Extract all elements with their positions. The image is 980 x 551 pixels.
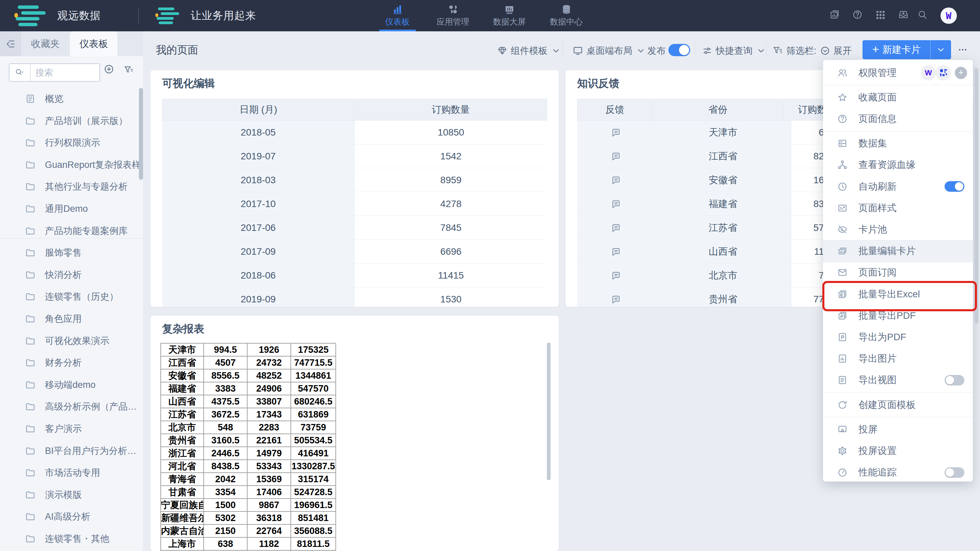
menu-item-users[interactable]: 权限管理 W +	[823, 62, 973, 83]
cell-quantity: 6696	[355, 240, 547, 263]
sidebar-item[interactable]: 演示模版	[0, 484, 143, 506]
new-card-button[interactable]: + 新建卡片	[862, 40, 951, 59]
column-header: 省份	[652, 99, 784, 120]
grid-icon[interactable]	[875, 10, 886, 20]
sidebar-item[interactable]: 市场活动专用	[0, 462, 143, 484]
sidebar-item[interactable]: 行列权限演示	[0, 132, 143, 154]
menu-item-gauge[interactable]: 性能追踪	[823, 462, 973, 483]
sidebar-item[interactable]: 产品培训（展示版）	[0, 110, 143, 132]
publish-toggle[interactable]	[668, 44, 690, 56]
layout-mode-button[interactable]: 桌面端布局	[573, 45, 646, 57]
table-row[interactable]: 2017-10 4278	[162, 192, 547, 216]
menu-item-page_p[interactable]: 导出为PDF	[823, 326, 973, 348]
menu-item-eyeoff[interactable]: 卡片池	[823, 219, 973, 240]
sidebar-item[interactable]: 客户演示	[0, 418, 143, 440]
filter-bar-control[interactable]: 筛选栏: 展开	[773, 45, 852, 57]
sidebar-item[interactable]: 连锁零售（历史）	[0, 286, 143, 307]
sidebar-filter-button[interactable]	[124, 65, 134, 75]
cell-feedback[interactable]	[577, 287, 655, 307]
quick-query-button[interactable]: 快捷查询	[702, 45, 766, 57]
report-cell: 3354	[204, 486, 247, 498]
menu-item-lineage[interactable]: 查看资源血缘	[823, 154, 973, 176]
sidebar-scrollbar[interactable]	[139, 88, 143, 180]
sidebar-item[interactable]: 财务分析	[0, 352, 143, 374]
sidebar-tab-dashboards[interactable]: 仪表板	[70, 31, 118, 56]
nav-tab-datacenter[interactable]: 数据中心	[539, 0, 593, 31]
comment-icon	[611, 223, 621, 233]
page_lines-toggle[interactable]	[945, 375, 964, 385]
sidebar-search[interactable]: 搜索	[9, 63, 100, 82]
table-row[interactable]: 2019-07 1542	[162, 144, 547, 168]
menu-item-clock[interactable]: 自动刷新	[823, 176, 973, 197]
gauge-toggle[interactable]	[945, 467, 964, 478]
menu-item-label: 数据集	[858, 137, 887, 150]
sliders-icon	[702, 46, 712, 56]
sidebar-item[interactable]: 其他行业与专题分析	[0, 176, 143, 197]
cell-feedback[interactable]	[577, 240, 655, 263]
menu-item-page_img[interactable]: 导出图片	[823, 348, 973, 369]
clock-toggle[interactable]	[945, 181, 964, 192]
add-folder-button[interactable]	[104, 64, 114, 74]
menu-item-mail[interactable]: 页面订阅	[823, 262, 973, 283]
sidebar-item[interactable]: AI高级分析	[0, 506, 143, 527]
report-cell: 524728.5	[291, 486, 336, 498]
menu-item-page_lines[interactable]: 导出视图	[823, 369, 973, 391]
new-card-main[interactable]: + 新建卡片	[862, 43, 930, 56]
more-actions-button[interactable]	[958, 45, 968, 55]
cell-feedback[interactable]	[577, 144, 655, 168]
member-avatar[interactable]	[936, 65, 951, 80]
help-icon[interactable]	[852, 10, 862, 20]
sidebar-collapse-button[interactable]	[0, 31, 21, 56]
menu-item-label: 卡片池	[858, 223, 887, 236]
nav-tab-bigscreen[interactable]: 数据大屏	[482, 0, 537, 31]
search-icon[interactable]	[917, 10, 928, 20]
sidebar-item[interactable]: 快消分析	[0, 264, 143, 286]
component-template-button[interactable]: 组件模板	[497, 45, 561, 57]
search-scope-dropdown[interactable]	[10, 64, 31, 81]
sidebar-item[interactable]: BI平台用户行为分析…	[0, 440, 143, 462]
menu-item-cast[interactable]: 投屏	[823, 419, 973, 440]
sidebar-item[interactable]: GuanReport复杂报表样…	[0, 154, 143, 176]
menu-item-refresh[interactable]: 创建页面模板	[823, 394, 973, 416]
cell-feedback[interactable]	[577, 216, 655, 239]
card-complex-report: 复杂报表 天津市994.51926175325江西省45072473274771…	[151, 316, 559, 551]
menu-item-gear[interactable]: 投屏设置	[823, 440, 973, 462]
cell-feedback[interactable]	[577, 168, 655, 192]
sidebar-item[interactable]: 服饰零售	[0, 242, 143, 264]
sidebar-item[interactable]: 高级分析示例（产品…	[0, 396, 143, 417]
table-row[interactable]: 2019-09 1530	[162, 287, 547, 307]
sidebar-item[interactable]: 通用Demo	[0, 198, 143, 220]
card-scrollbar[interactable]	[547, 342, 550, 480]
menu-item-dataset[interactable]: 数据集	[823, 133, 973, 154]
cell-feedback[interactable]	[577, 192, 655, 215]
sidebar-tab-favorites[interactable]: 收藏夹	[21, 31, 70, 56]
report-cell: 48252	[247, 369, 291, 382]
cell-feedback[interactable]	[577, 121, 655, 144]
sidebar-item[interactable]: 移动端demo	[0, 374, 143, 396]
table-row[interactable]: 2018-05 10850	[162, 121, 547, 144]
nav-tab-dashboard[interactable]: 仪表板	[370, 0, 425, 31]
nav-tab-apps[interactable]: 应用管理	[426, 0, 480, 31]
cell-feedback[interactable]	[577, 264, 655, 287]
table-row[interactable]: 2017-09 6696	[162, 240, 547, 264]
comment-icon	[611, 127, 621, 138]
menu-item-pagestyle[interactable]: 页面样式	[823, 197, 973, 219]
menu-item-star[interactable]: 收藏页面	[823, 86, 973, 108]
add-member-button[interactable]: +	[955, 67, 967, 79]
sidebar-item[interactable]: 概览	[0, 88, 143, 110]
user-avatar[interactable]: W	[940, 8, 957, 24]
new-card-dropdown[interactable]	[931, 45, 951, 55]
table-row[interactable]: 2018-06 11415	[162, 264, 547, 287]
table-row[interactable]: 2017-06 7845	[162, 216, 547, 240]
cell-date: 2018-05	[162, 121, 355, 144]
table-row[interactable]: 2018-03 8959	[162, 168, 547, 192]
sidebar-item[interactable]: 可视化效果演示	[0, 330, 143, 352]
menu-item-label: 导出图片	[858, 352, 897, 365]
sidebar-item[interactable]: 连锁零售・其他	[0, 528, 143, 549]
menu-item-cards[interactable]: 批量编辑卡片	[823, 240, 973, 262]
sidebar-item[interactable]: 角色应用	[0, 308, 143, 330]
inbox-icon[interactable]	[898, 10, 908, 20]
report-icon[interactable]	[829, 10, 840, 20]
member-avatar[interactable]: W	[921, 65, 936, 80]
menu-item-help[interactable]: 页面信息	[823, 108, 973, 129]
